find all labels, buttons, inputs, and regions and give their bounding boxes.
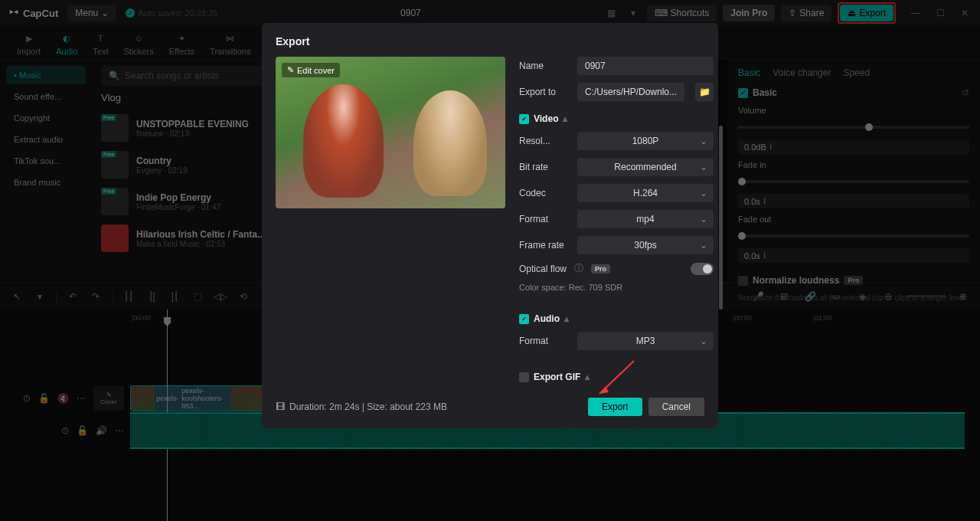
video-section[interactable]: ✓Video▴: [519, 113, 714, 124]
audioformat-select[interactable]: MP3: [577, 332, 714, 350]
export-confirm-button[interactable]: Export: [588, 398, 642, 416]
framerate-select[interactable]: 30fps: [577, 236, 714, 254]
scrollbar[interactable]: [719, 126, 723, 310]
colorspace-label: Color space: Rec. 709 SDR: [519, 283, 714, 292]
videoformat-select[interactable]: mp4: [577, 210, 714, 228]
edit-cover-button[interactable]: ✎Edit cover: [282, 63, 340, 77]
cancel-button[interactable]: Cancel: [648, 398, 704, 416]
exportto-input[interactable]: C:/Users/HP/Downlo...: [577, 83, 684, 101]
export-dialog: Export ✎Edit cover Name0907 Export toC:/…: [262, 23, 718, 428]
resolution-label: Resol...: [519, 136, 570, 146]
cover-preview: ✎Edit cover: [276, 57, 505, 208]
name-label: Name: [519, 61, 570, 71]
checkbox-icon[interactable]: [519, 372, 529, 382]
optical-toggle[interactable]: [691, 263, 714, 275]
checkbox-icon[interactable]: ✓: [519, 314, 529, 324]
name-input[interactable]: 0907: [577, 57, 714, 75]
exportto-label: Export to: [519, 87, 570, 97]
caret-icon: ▴: [564, 313, 569, 324]
resolution-select[interactable]: 1080P: [577, 132, 714, 150]
format-label: Format: [519, 214, 570, 224]
folder-button[interactable]: 📁: [695, 83, 714, 101]
duration-info: 🎞Duration: 2m 24s | Size: about 223 MB: [276, 401, 447, 412]
framerate-label: Frame rate: [519, 240, 570, 251]
audio-section[interactable]: ✓Audio▴: [519, 313, 714, 324]
film-icon: 🎞: [276, 401, 285, 412]
bitrate-select[interactable]: Recommended: [577, 158, 714, 176]
optical-label: Optical flow: [519, 264, 567, 274]
audioformat-label: Format: [519, 336, 570, 346]
codec-select[interactable]: H.264: [577, 184, 714, 202]
pro-badge: Pro: [591, 264, 610, 274]
bitrate-label: Bit rate: [519, 162, 570, 172]
folder-icon: 📁: [699, 87, 710, 97]
checkbox-icon[interactable]: ✓: [519, 114, 529, 124]
codec-label: Codec: [519, 188, 570, 198]
modal-overlay: Export ✎Edit cover Name0907 Export toC:/…: [0, 0, 980, 521]
dialog-title: Export: [276, 35, 704, 48]
caret-icon: ▴: [563, 113, 567, 124]
gif-section[interactable]: Export GIF▴: [519, 372, 714, 382]
export-form: Name0907 Export toC:/Users/HP/Downlo...📁…: [519, 57, 714, 382]
pencil-icon: ✎: [287, 65, 294, 75]
info-icon[interactable]: ⓘ: [574, 262, 583, 275]
caret-icon: ▴: [585, 372, 590, 382]
